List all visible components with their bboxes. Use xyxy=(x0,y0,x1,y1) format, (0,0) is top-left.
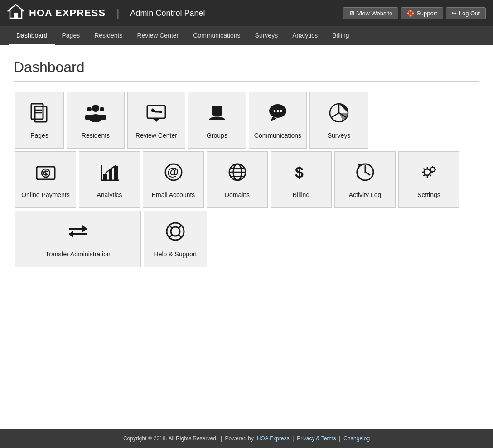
svg-point-10 xyxy=(100,107,104,111)
svg-rect-15 xyxy=(212,106,222,116)
nav-item-billing[interactable]: Billing xyxy=(325,26,356,45)
email-accounts-icon: @ xyxy=(163,161,184,188)
svg-rect-31 xyxy=(114,166,118,180)
footer-copyright: Copyright © 2018. All Rights Reserved. xyxy=(123,435,218,442)
footer-hoa-link[interactable]: HOA Express xyxy=(257,435,290,442)
nav-item-dashboard[interactable]: Dashboard xyxy=(9,26,55,45)
tile-pages[interactable]: Pages xyxy=(15,92,64,149)
life-ring-icon: 🛟 xyxy=(407,10,414,17)
tile-domains[interactable]: Domains xyxy=(207,151,268,208)
tile-residents-label: Residents xyxy=(82,132,110,139)
svg-marker-17 xyxy=(271,117,277,122)
header-divider: | xyxy=(116,7,119,19)
svg-rect-29 xyxy=(103,174,107,180)
header-right: 🖥 View Website 🛟 Support ↪ Log Out xyxy=(343,7,486,19)
domains-icon xyxy=(227,161,248,188)
dashboard-row-1: Pages Residents Review Center Groups xyxy=(14,91,479,150)
surveys-icon xyxy=(328,102,350,128)
tile-billing-label: Billing xyxy=(293,191,309,198)
tile-settings-label: Settings xyxy=(417,191,440,198)
tile-review-center[interactable]: Review Center xyxy=(127,92,185,149)
online-payments-icon: $1 xyxy=(35,161,57,188)
logo-area: HOA EXPRESS xyxy=(7,3,106,24)
tile-billing[interactable]: $ Billing xyxy=(271,151,332,208)
svg-text:$: $ xyxy=(295,164,304,181)
tile-online-payments[interactable]: $1 Online Payments xyxy=(15,151,76,208)
tile-activity-log[interactable]: Activity Log xyxy=(334,151,396,208)
footer: Copyright © 2018. All Rights Reserved. |… xyxy=(0,429,493,448)
svg-point-6 xyxy=(92,105,99,112)
main-content: Dashboard Pages Residents Review Cen xyxy=(0,45,493,429)
svg-point-42 xyxy=(430,167,435,172)
tile-analytics-label: Analytics xyxy=(97,191,122,198)
pages-icon xyxy=(29,102,50,128)
tile-transfer-administration-label: Transfer Administration xyxy=(45,250,110,258)
tile-activity-log-label: Activity Log xyxy=(349,191,382,198)
admin-panel-title: Admin Control Panel xyxy=(130,9,205,18)
support-button[interactable]: 🛟 Support xyxy=(401,7,443,19)
tile-online-payments-label: Online Payments xyxy=(21,191,70,198)
tile-pages-label: Pages xyxy=(30,132,48,139)
svg-point-20 xyxy=(280,110,282,112)
activity-log-icon xyxy=(354,161,376,188)
tile-domains-label: Domains xyxy=(225,191,250,198)
dashboard-grid: Pages Residents Review Center Groups xyxy=(14,91,479,269)
svg-text:1: 1 xyxy=(44,171,47,176)
logout-button[interactable]: ↪ Log Out xyxy=(446,7,486,19)
tile-surveys[interactable]: Surveys xyxy=(309,92,368,149)
tile-settings[interactable]: Settings xyxy=(398,151,459,208)
svg-marker-46 xyxy=(69,231,73,238)
header-left: HOA EXPRESS | Admin Control Panel xyxy=(7,3,205,24)
footer-changelog-link[interactable]: Changelog xyxy=(343,435,370,442)
svg-line-49 xyxy=(169,225,173,228)
tile-help-support-label: Help & Support xyxy=(154,250,197,258)
svg-marker-13 xyxy=(152,118,160,122)
nav-item-review-center[interactable]: Review Center xyxy=(130,26,186,45)
main-nav: Dashboard Pages Residents Review Center … xyxy=(0,26,493,45)
dashboard-row-2: $1 Online Payments Analytics @ Email Acc… xyxy=(14,150,479,209)
tile-help-support[interactable]: Help & Support xyxy=(144,211,207,267)
svg-rect-1 xyxy=(14,13,18,18)
tile-analytics[interactable]: Analytics xyxy=(79,151,140,208)
svg-point-41 xyxy=(424,169,430,175)
logo-text: HOA EXPRESS xyxy=(29,7,106,19)
tile-groups[interactable]: Groups xyxy=(188,92,246,149)
review-center-icon xyxy=(145,102,167,128)
tile-groups-label: Groups xyxy=(207,132,227,139)
nav-item-residents[interactable]: Residents xyxy=(87,26,130,45)
communications-icon xyxy=(267,102,289,128)
tile-communications-label: Communications xyxy=(254,132,301,139)
nav-item-surveys[interactable]: Surveys xyxy=(248,26,285,45)
svg-marker-44 xyxy=(82,225,87,232)
svg-point-8 xyxy=(87,107,92,111)
tile-transfer-administration[interactable]: Transfer Administration xyxy=(15,211,141,267)
tile-email-accounts-label: Email Accounts xyxy=(152,191,195,198)
view-website-button[interactable]: 🖥 View Website xyxy=(343,7,398,19)
footer-powered-by: Powered by xyxy=(225,435,254,442)
logout-icon: ↪ xyxy=(452,10,457,17)
dashboard-row-3: Transfer Administration Help & Support xyxy=(14,209,479,269)
footer-privacy-link[interactable]: Privacy & Terms xyxy=(297,435,336,442)
svg-text:@: @ xyxy=(167,165,179,178)
logo-icon xyxy=(7,3,24,24)
svg-rect-30 xyxy=(109,169,112,180)
nav-item-analytics[interactable]: Analytics xyxy=(285,26,325,45)
tile-surveys-label: Surveys xyxy=(328,132,351,139)
tile-communications[interactable]: Communications xyxy=(249,92,307,149)
svg-line-52 xyxy=(179,235,182,238)
header: HOA EXPRESS | Admin Control Panel 🖥 View… xyxy=(0,0,493,26)
tile-email-accounts[interactable]: @ Email Accounts xyxy=(143,151,204,208)
svg-point-19 xyxy=(277,110,279,112)
svg-point-18 xyxy=(274,110,276,112)
tile-residents[interactable]: Residents xyxy=(67,92,125,149)
svg-line-51 xyxy=(169,235,173,238)
help-support-icon xyxy=(164,221,186,247)
monitor-icon: 🖥 xyxy=(349,10,355,17)
groups-icon xyxy=(206,102,228,128)
nav-item-communications[interactable]: Communications xyxy=(186,26,247,45)
nav-item-pages[interactable]: Pages xyxy=(55,26,87,45)
tile-review-center-label: Review Center xyxy=(135,132,177,139)
residents-icon xyxy=(85,102,106,128)
analytics-icon xyxy=(99,161,121,188)
svg-line-50 xyxy=(179,225,182,228)
